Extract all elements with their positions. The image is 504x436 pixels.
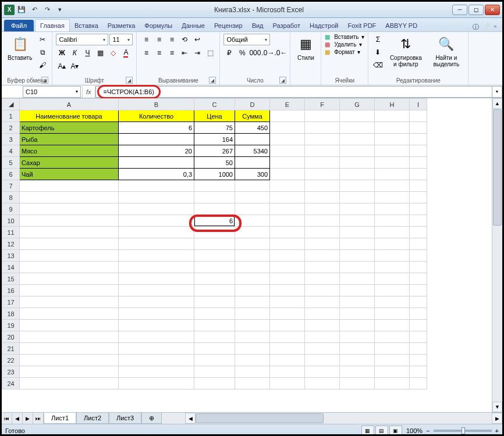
cell[interactable] — [375, 296, 410, 308]
cell[interactable] — [410, 122, 427, 134]
row-header[interactable]: 17 — [2, 296, 20, 308]
cell[interactable] — [410, 192, 427, 203]
cell[interactable] — [235, 366, 270, 378]
tab-review[interactable]: Рецензир — [210, 20, 247, 31]
cell[interactable] — [305, 378, 340, 389]
cell[interactable] — [375, 331, 410, 343]
maximize-button[interactable]: ◻ — [468, 5, 484, 15]
cell[interactable]: 5340 — [235, 145, 270, 157]
cell[interactable]: Рыба — [20, 134, 119, 145]
vertical-scrollbar[interactable]: ▲ ▼ — [492, 98, 502, 412]
sheet-nav-next-icon[interactable]: ▶ — [23, 413, 33, 424]
cell[interactable] — [340, 203, 375, 215]
row-header[interactable]: 9 — [2, 203, 20, 215]
cell[interactable] — [375, 192, 410, 203]
cell[interactable] — [235, 378, 270, 389]
file-tab[interactable]: Файл — [4, 20, 34, 31]
row-header[interactable]: 16 — [2, 285, 20, 296]
cell[interactable] — [270, 320, 305, 331]
clipboard-launcher-icon[interactable]: ◢ — [41, 77, 48, 84]
cell[interactable] — [375, 169, 410, 180]
cell[interactable] — [305, 169, 340, 180]
cell[interactable] — [305, 203, 340, 215]
cell[interactable] — [375, 320, 410, 331]
cell[interactable] — [375, 227, 410, 238]
cell[interactable] — [119, 320, 194, 331]
align-right-icon[interactable]: ≡ — [166, 47, 178, 59]
cell[interactable] — [20, 378, 119, 389]
cell[interactable] — [410, 203, 427, 215]
cell[interactable] — [375, 343, 410, 355]
cell[interactable] — [270, 145, 305, 157]
copy-icon[interactable]: ⧉ — [37, 47, 48, 58]
comma-icon[interactable]: 000 — [249, 47, 261, 59]
row-header[interactable]: 19 — [2, 320, 20, 331]
cell[interactable] — [235, 308, 270, 320]
cell[interactable] — [305, 343, 340, 355]
decrease-font-icon[interactable]: A▾ — [69, 60, 80, 72]
row-header[interactable]: 15 — [2, 273, 20, 285]
cell[interactable] — [410, 320, 427, 331]
col-header-I[interactable]: I — [410, 99, 427, 110]
cell[interactable] — [305, 238, 340, 250]
cell[interactable] — [20, 296, 119, 308]
cell[interactable] — [20, 238, 119, 250]
zoom-level[interactable]: 100% — [406, 427, 423, 434]
cell[interactable] — [305, 110, 340, 122]
cell[interactable] — [340, 366, 375, 378]
row-header[interactable]: 2 — [2, 122, 20, 134]
cell[interactable] — [305, 227, 340, 238]
col-header-A[interactable]: A — [20, 99, 119, 110]
fill-icon[interactable]: ⬇ — [372, 47, 384, 58]
cell[interactable] — [375, 308, 410, 320]
cell[interactable] — [340, 308, 375, 320]
row-header[interactable]: 20 — [2, 331, 20, 343]
zoom-in-button[interactable]: + — [495, 427, 499, 434]
cell[interactable] — [119, 215, 194, 227]
cell[interactable]: 164 — [194, 134, 235, 145]
row-header[interactable]: 6 — [2, 169, 20, 180]
number-launcher-icon[interactable]: ◢ — [279, 77, 286, 84]
cell[interactable] — [235, 296, 270, 308]
cell[interactable] — [119, 308, 194, 320]
row-header[interactable]: 4 — [2, 145, 20, 157]
row-header[interactable]: 14 — [2, 262, 20, 273]
border-button[interactable]: ▦ — [94, 47, 106, 59]
fill-color-button[interactable]: ◇ — [107, 47, 119, 59]
col-header-E[interactable]: E — [270, 99, 305, 110]
cell[interactable] — [375, 355, 410, 366]
scroll-up-icon[interactable]: ▲ — [492, 98, 502, 109]
cell[interactable] — [270, 296, 305, 308]
ribbon-options-icon[interactable]: ▫ — [494, 23, 496, 31]
spreadsheet-grid[interactable]: ◢ A B C D E F G H I 1 Наименование товар… — [2, 98, 502, 412]
cell[interactable]: Количество — [119, 110, 194, 122]
cell[interactable] — [410, 378, 427, 389]
underline-button[interactable]: Ч — [81, 47, 93, 59]
font-name-combo[interactable]: Calibri▾ — [56, 34, 108, 45]
styles-button[interactable]: ▦ Стили — [294, 34, 317, 62]
cell[interactable] — [270, 215, 305, 227]
cell[interactable] — [305, 215, 340, 227]
cell[interactable] — [194, 296, 235, 308]
cell[interactable] — [235, 192, 270, 203]
cell[interactable] — [235, 343, 270, 355]
cell[interactable]: Сумма — [235, 110, 270, 122]
cell[interactable] — [270, 169, 305, 180]
cell[interactable] — [375, 238, 410, 250]
row-header[interactable]: 21 — [2, 343, 20, 355]
sheet-tab[interactable]: Лист3 — [109, 413, 141, 424]
tab-insert[interactable]: Вставка — [70, 20, 103, 31]
tab-formulas[interactable]: Формулы — [140, 20, 177, 31]
cell[interactable] — [119, 227, 194, 238]
cell[interactable] — [20, 250, 119, 262]
cell[interactable] — [119, 192, 194, 203]
wrap-text-icon[interactable]: ↩ — [191, 34, 203, 45]
col-header-C[interactable]: C — [194, 99, 235, 110]
cell[interactable] — [340, 343, 375, 355]
cell[interactable] — [270, 157, 305, 169]
cell[interactable] — [305, 308, 340, 320]
cell[interactable] — [410, 343, 427, 355]
formula-input[interactable]: =ЧСТРОК(A1:B6) — [95, 86, 492, 98]
cell[interactable] — [20, 215, 119, 227]
cell[interactable] — [20, 343, 119, 355]
